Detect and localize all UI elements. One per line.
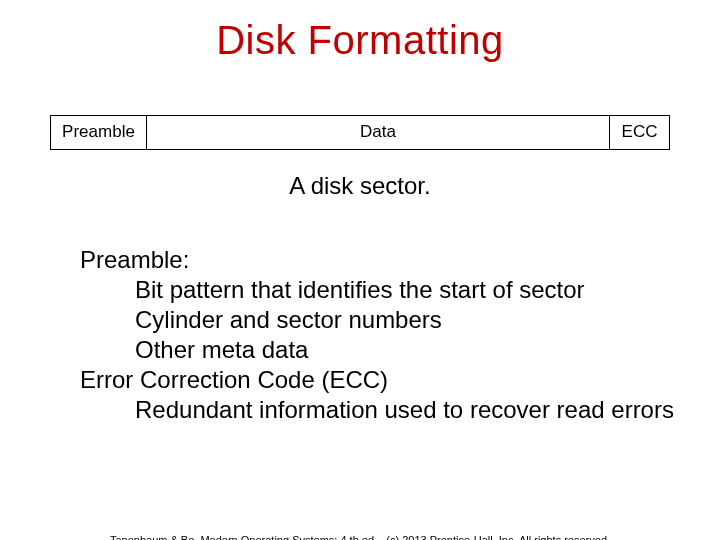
- slide-title: Disk Formatting: [0, 18, 720, 63]
- footer-citation: Tanenbaum & Bo, Modern Operating Systems…: [0, 534, 720, 540]
- body-text: Preamble: Bit pattern that identifies th…: [80, 245, 690, 425]
- diagram-cell-preamble: Preamble: [51, 116, 146, 149]
- sector-diagram: Preamble Data ECC: [50, 115, 670, 150]
- diagram-cell-ecc: ECC: [609, 116, 669, 149]
- diagram-caption: A disk sector.: [0, 172, 720, 200]
- ecc-line-1: Redundant information used to recover re…: [135, 395, 690, 425]
- preamble-line-1: Bit pattern that identifies the start of…: [135, 275, 690, 305]
- slide: Disk Formatting Preamble Data ECC A disk…: [0, 18, 720, 540]
- preamble-line-3: Other meta data: [135, 335, 690, 365]
- preamble-line-2: Cylinder and sector numbers: [135, 305, 690, 335]
- preamble-heading: Preamble:: [80, 245, 690, 275]
- ecc-heading: Error Correction Code (ECC): [80, 365, 690, 395]
- diagram-cell-data: Data: [146, 116, 609, 149]
